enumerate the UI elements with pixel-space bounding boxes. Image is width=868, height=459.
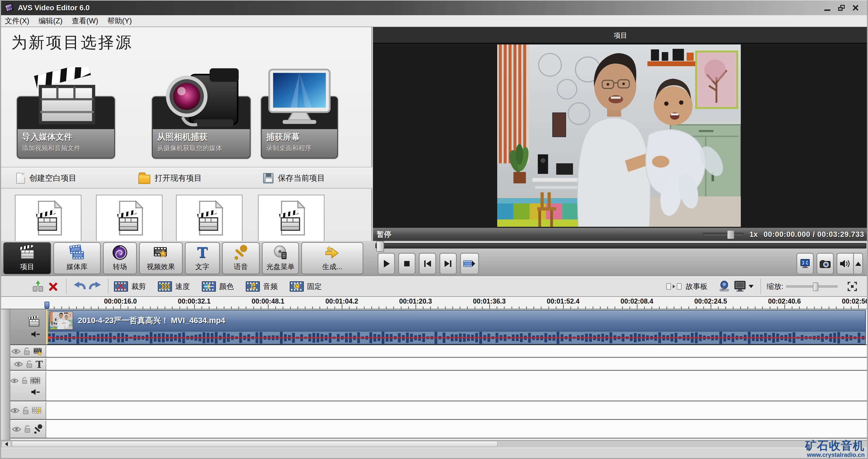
- recent-project-123[interactable]: [96, 195, 162, 241]
- video-effects-track-header[interactable]: [10, 346, 46, 357]
- fullscreen-button[interactable]: [796, 253, 814, 275]
- timeline-clip[interactable]: 2010-4-23严一哲真高兴！ MVI_4634.mp4: [46, 310, 866, 344]
- menu-help[interactable]: 帮助(Y): [107, 16, 132, 26]
- fit-timeline-button[interactable]: [845, 278, 860, 295]
- timeline-ruler[interactable]: 00:00:16.0 00:00:32.1 00:00:48.1 00:01:0…: [1, 297, 867, 309]
- tab-text[interactable]: T 文字: [185, 242, 220, 274]
- ruler-tick: [91, 307, 91, 309]
- eye-icon[interactable]: [10, 407, 20, 414]
- storyboard-toggle[interactable]: [666, 283, 682, 290]
- project-file-icon: [193, 199, 226, 237]
- preview-title: 项目: [373, 28, 868, 43]
- volume-popup-button[interactable]: [854, 253, 863, 275]
- redo-button[interactable]: [87, 278, 102, 295]
- stop-button[interactable]: [398, 253, 415, 275]
- import-media-button[interactable]: 导入媒体文件 添加视频和音频文件: [17, 96, 115, 159]
- recent-project-current[interactable]: [15, 195, 82, 241]
- eye-icon[interactable]: [11, 348, 21, 355]
- save-project-button[interactable]: 保存当前项目: [263, 167, 325, 189]
- ruler-tick-label: 00:02:56.6: [842, 297, 868, 305]
- menu-view[interactable]: 查看(W): [72, 16, 98, 26]
- fit-screen-icon: [847, 281, 858, 292]
- ruler-tick: [128, 307, 128, 309]
- open-project-button[interactable]: 打开现有项目: [138, 167, 202, 189]
- zoom-slider-handle[interactable]: [813, 282, 818, 291]
- tab-produce[interactable]: 生成...: [301, 242, 363, 274]
- ruler-tick: [165, 307, 165, 309]
- display-mode-button[interactable]: [732, 278, 755, 295]
- ruler-tick: [453, 307, 453, 309]
- volume-button[interactable]: [837, 253, 854, 275]
- text-track: T: [10, 358, 867, 371]
- scroll-left-button[interactable]: [2, 441, 11, 447]
- lock-icon[interactable]: [22, 376, 28, 385]
- eye-icon[interactable]: [10, 378, 19, 384]
- capture-camera-button[interactable]: 从照相机捕获 从摄像机获取您的媒体: [152, 96, 251, 159]
- audio-button[interactable]: 音频: [246, 281, 278, 292]
- ruler-tick: [246, 307, 246, 309]
- speed-slider-handle[interactable]: [727, 230, 734, 239]
- tab-project[interactable]: 项目: [3, 242, 51, 274]
- previous-frame-button[interactable]: [419, 253, 436, 275]
- ruler-tick: [512, 307, 512, 309]
- timeline-zoom-slider[interactable]: [786, 285, 838, 287]
- tab-label: 媒体库: [66, 262, 88, 272]
- tab-voice[interactable]: 语音: [222, 242, 259, 274]
- tab-video-effects[interactable]: 视频效果: [139, 242, 183, 274]
- split-clip-button[interactable]: [30, 278, 45, 295]
- speed-button[interactable]: 速度: [158, 281, 190, 292]
- speaker-mute-icon[interactable]: [31, 389, 40, 396]
- seek-bar[interactable]: [375, 243, 866, 248]
- mute-timeline-button[interactable]: [717, 278, 732, 295]
- audio-mix-track-header[interactable]: [10, 402, 46, 419]
- seek-handle[interactable]: [376, 241, 384, 252]
- main-video-track-header[interactable]: [10, 309, 46, 344]
- play-button[interactable]: [378, 253, 395, 275]
- video-frame: [497, 44, 741, 227]
- playback-speed-slider[interactable]: [703, 233, 744, 236]
- snapshot-button[interactable]: [816, 253, 834, 275]
- volume-envelope-line[interactable]: [48, 337, 865, 338]
- minimize-button[interactable]: [820, 2, 834, 13]
- undo-button[interactable]: [72, 278, 87, 295]
- trim-button[interactable]: 裁剪: [114, 281, 146, 292]
- voice-track-header[interactable]: [10, 421, 46, 438]
- delete-icon: [49, 282, 58, 291]
- tab-media-library[interactable]: 媒体库: [54, 242, 101, 274]
- capture-screen-button[interactable]: 捕获屏幕 录制桌面和程序: [261, 96, 338, 159]
- next-frame-button[interactable]: [439, 253, 457, 275]
- delete-button[interactable]: [45, 278, 61, 295]
- timeline-scrollbar[interactable]: [1, 440, 867, 448]
- preview-export-button[interactable]: [460, 253, 479, 275]
- lock-icon[interactable]: [23, 347, 30, 356]
- lock-icon[interactable]: [24, 425, 31, 433]
- recent-project-4[interactable]: [258, 195, 324, 241]
- text-track-header[interactable]: T: [10, 358, 46, 370]
- recent-project-qqq12[interactable]: [176, 195, 243, 241]
- lock-icon[interactable]: [26, 360, 33, 368]
- speaker-mute-icon[interactable]: [31, 331, 40, 338]
- eye-icon[interactable]: [12, 426, 21, 432]
- tab-transitions[interactable]: 转场: [103, 242, 137, 274]
- ruler-tick-label: 00:01:04.2: [326, 297, 358, 305]
- camcorder-icon: [159, 67, 243, 130]
- close-button[interactable]: ×: [848, 2, 863, 13]
- ruler-tick: [607, 307, 608, 309]
- stop-icon: [403, 259, 411, 268]
- overlay-video-track-header[interactable]: [10, 371, 46, 401]
- color-button[interactable]: 颜色: [202, 281, 234, 292]
- ruler-tick: [180, 307, 180, 309]
- menu-file[interactable]: 文件(X): [5, 16, 29, 26]
- audio-note-icon: [246, 281, 260, 292]
- lock-icon[interactable]: [22, 407, 29, 415]
- create-blank-project-button[interactable]: 创建空白项目: [16, 167, 76, 189]
- restore-button[interactable]: [834, 2, 848, 13]
- eye-icon[interactable]: [14, 361, 23, 367]
- freeze-button[interactable]: 固定: [290, 281, 322, 292]
- page-title: 为新项目选择源: [11, 32, 133, 53]
- playback-status: 暂停: [377, 230, 392, 239]
- menu-edit[interactable]: 编辑(Z): [38, 16, 62, 26]
- ruler-tick: [69, 307, 69, 309]
- tab-disc-menu[interactable]: 光盘菜单: [262, 242, 299, 274]
- scrollbar-thumb[interactable]: [12, 441, 497, 447]
